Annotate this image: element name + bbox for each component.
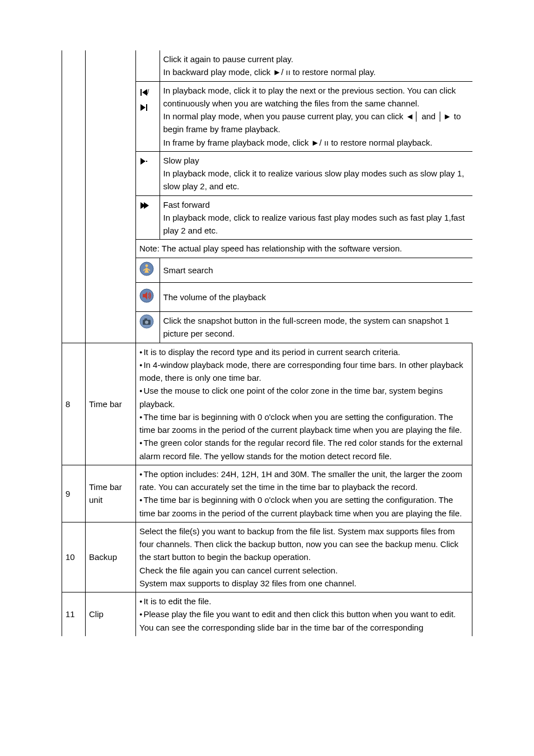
svg-rect-7 (144, 319, 147, 320)
ff-desc: In playback mode, click to realize vario… (163, 211, 469, 237)
main-table: Click it again to pause current play. In… (62, 50, 472, 636)
snapshot-icon-cell (136, 312, 160, 343)
svg-point-1 (146, 264, 148, 267)
r10-label: Backup (86, 522, 136, 592)
r9-b: The time bar is beginning with 0 o'clock… (139, 493, 469, 520)
speed-note: Note: The actual play speed has relation… (139, 244, 402, 253)
row-9: 9 Time bar unit The option includes: 24H… (62, 465, 472, 522)
smart-desc-cell: Smart search (160, 258, 472, 282)
slow-play-icon (140, 156, 147, 165)
volume-desc-cell: The volume of the playback (160, 282, 472, 311)
camera-icon (139, 314, 154, 329)
r11-desc: It is to edit the file. Please play the … (136, 592, 472, 636)
snapshot-label: Click the snapshot button in the full-sc… (163, 316, 449, 338)
page: Click it again to pause current play. In… (0, 0, 534, 756)
slow-icon-cell (136, 151, 160, 195)
fast-forward-icon (140, 200, 149, 209)
frame-icons-cell: / (136, 81, 160, 151)
volume-icon-cell (136, 282, 160, 311)
r9-label: Time bar unit (86, 465, 136, 522)
r11-num: 11 (62, 592, 86, 636)
r8-b4: The time bar is beginning with 0 o'clock… (139, 410, 469, 437)
r8-b5: The green color stands for the regular r… (139, 436, 469, 463)
r8-b3: Use the mouse to click one point of the … (139, 384, 469, 410)
row-10: 10 Backup Select the file(s) you want to… (62, 522, 472, 592)
ff-icon-cell (136, 195, 160, 240)
r9-a: The option includes: 24H, 12H, 1H and 30… (139, 468, 469, 494)
controls-table: Click it again to pause current play. In… (136, 50, 472, 343)
r11-b2: Please play the file you want to edit an… (139, 608, 469, 634)
ff-desc-cell: Fast forward In playback mode, click to … (160, 195, 472, 240)
smart-search-icon (139, 262, 154, 276)
note-cell: Note: The actual play speed has relation… (136, 240, 472, 258)
next-frame-icon (140, 102, 147, 111)
slow-desc-cell: Slow play In playback mode, click it to … (160, 151, 472, 195)
r10-num: 10 (62, 522, 86, 592)
frame-desc-3: In frame by frame playback mode, click ►… (163, 136, 469, 149)
top-label-cell (86, 50, 136, 343)
r8-b2: In 4-window playback mode, there are cor… (139, 358, 469, 385)
pause-desc-2: In backward play mode, click ►/ ıı to re… (163, 66, 469, 78)
r9-desc: The option includes: 24H, 12H, 1H and 30… (136, 465, 472, 522)
svg-point-8 (145, 321, 148, 324)
row-11: 11 Clip It is to edit the file. Please p… (62, 592, 472, 636)
r8-num: 8 (62, 343, 86, 465)
pause-desc-cell: Click it again to pause current play. In… (160, 50, 472, 81)
smart-search-label: Smart search (163, 265, 213, 275)
smart-icon-cell (136, 258, 160, 282)
frame-desc-cell: In playback mode, click it to play the n… (160, 81, 472, 151)
row-8: 8 Time bar It is to display the record t… (62, 343, 472, 465)
r8-label: Time bar (86, 343, 136, 465)
prev-frame-icon: / (140, 87, 149, 96)
r8-b1: It is to display the record type and its… (139, 346, 469, 358)
top-num-cell (62, 50, 86, 343)
frame-desc-2: In normal play mode, when you pause curr… (163, 110, 469, 136)
top-content-cell: Click it again to pause current play. In… (136, 50, 472, 343)
r11-b1: It is to edit the file. (139, 595, 469, 608)
pause-icon-cell (136, 50, 160, 81)
slow-title: Slow play (163, 154, 469, 167)
top-row: Click it again to pause current play. In… (62, 50, 472, 343)
volume-icon (139, 288, 154, 303)
r11-label: Clip (86, 592, 136, 636)
slow-desc: In playback mode, click it to realize va… (163, 167, 469, 193)
ff-title: Fast forward (163, 198, 469, 211)
frame-desc-1: In playback mode, click it to play the n… (163, 84, 469, 110)
volume-label: The volume of the playback (163, 292, 266, 302)
r10-desc: Select the file(s) you want to backup fr… (136, 522, 472, 592)
r9-num: 9 (62, 465, 86, 522)
snapshot-desc-cell: Click the snapshot button in the full-sc… (160, 312, 472, 343)
r8-desc: It is to display the record type and its… (136, 343, 472, 465)
pause-desc-1: Click it again to pause current play. (163, 53, 469, 66)
r10-text: Select the file(s) you want to backup fr… (139, 525, 469, 590)
